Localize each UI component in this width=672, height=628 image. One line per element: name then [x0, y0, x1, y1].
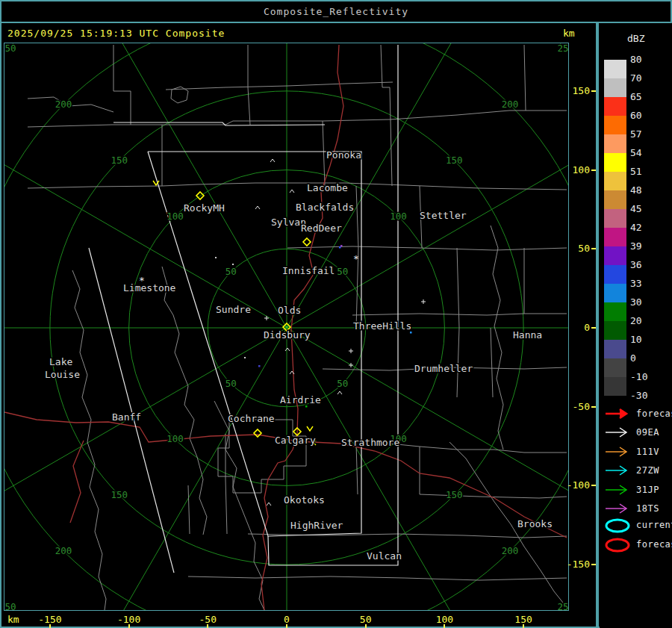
- arrow-head: [620, 409, 626, 418]
- city-label: Okotoks: [284, 494, 325, 506]
- x-axis-tick-label: -150: [28, 614, 72, 625]
- legend-ellipse-icon: [603, 538, 633, 554]
- colorbar-value-label: 39: [630, 240, 660, 252]
- county-boundary: [113, 45, 131, 125]
- window-title: Composite_Reflectivity: [264, 6, 408, 17]
- city-label: Innisfail: [282, 265, 335, 276]
- legend-item: forecast: [602, 405, 672, 423]
- city-label: Olds: [278, 305, 301, 316]
- radar-site-marker: [254, 429, 261, 437]
- x-axis-tick-label: -50: [185, 614, 230, 625]
- county-boundary: [457, 248, 459, 397]
- radar-map-canvas: 5050505010010010010015015015015020020020…: [4, 43, 568, 610]
- colorbar-value-label: 57: [630, 128, 660, 140]
- city-label: Strathmore: [341, 437, 399, 448]
- colorbar-value-label: 54: [630, 147, 660, 158]
- status-row: 2025/09/25 15:19:13 UTC Composite km: [1, 23, 594, 43]
- county-boundary: [188, 576, 567, 580]
- county-boundary: [352, 314, 567, 315]
- caret-marker: [267, 503, 271, 506]
- colorbar-swatch: [604, 190, 626, 209]
- legend-item: current: [602, 517, 672, 535]
- x-axis-unit-label: km: [7, 614, 19, 625]
- caret-marker: [290, 190, 294, 193]
- county-boundary: [162, 267, 207, 535]
- asterisk-marker: *: [353, 253, 359, 264]
- city-label: Lake: [49, 356, 72, 367]
- city-label: Louise: [45, 369, 80, 380]
- city-label: Calgary: [275, 435, 316, 446]
- caret-marker: [270, 159, 275, 162]
- colorbar-swatch: [604, 265, 626, 284]
- x-axis-tick-label: 100: [422, 614, 467, 625]
- county-boundary: [381, 45, 392, 186]
- ellipse-shape: [606, 520, 629, 532]
- x-axis-tick-label: 0: [264, 614, 309, 625]
- range-ring-label: 150: [446, 155, 463, 166]
- legend-item-label: forecast: [636, 539, 672, 550]
- colorbar-swatch: [604, 358, 626, 377]
- colorbar-swatch: [604, 246, 626, 265]
- x-axis-tick: [523, 624, 524, 628]
- radar-echo: [410, 332, 412, 334]
- colorbar-value-label: -30: [630, 390, 660, 401]
- colorbar-swatch: [604, 377, 626, 396]
- x-axis-tick-label: 50: [343, 614, 388, 625]
- county-boundary: [524, 45, 526, 111]
- colorbar-swatch: [604, 78, 626, 97]
- y-axis-tick-label: -150: [566, 559, 590, 570]
- city-label: Airdrie: [280, 394, 321, 405]
- dot-marker: [244, 357, 246, 358]
- colorbar-swatch: [604, 228, 626, 246]
- colorbar-swatch: [604, 284, 626, 302]
- colorbar-swatch: [604, 172, 626, 190]
- city-label: Cochrane: [228, 413, 275, 424]
- chevron-marker: [307, 426, 313, 431]
- legend-item: 111V: [602, 444, 672, 461]
- colorbar-value-label: 80: [630, 54, 660, 65]
- caret-marker: [337, 391, 342, 394]
- county-boundary: [390, 444, 567, 453]
- legend-item: 18TS: [602, 500, 672, 518]
- colorbar-value-label: 36: [630, 259, 660, 270]
- county-boundary: [420, 447, 567, 498]
- x-axis-tick: [365, 624, 367, 628]
- radar-echo: [340, 245, 343, 247]
- plus-marker: [421, 299, 426, 304]
- range-ring-label: 100: [167, 433, 184, 444]
- colorbar-title: dBZ: [627, 33, 644, 44]
- legend-item-label: 09EA: [636, 427, 659, 438]
- city-label: RedDeer: [301, 223, 342, 234]
- county-boundary: [166, 82, 393, 90]
- caret-marker: [285, 348, 290, 351]
- range-ring-label: 250: [4, 43, 16, 54]
- caret-marker: [255, 206, 260, 209]
- legend-item: 27ZW: [602, 462, 672, 480]
- y-axis-unit-label: km: [563, 28, 575, 39]
- colorbar-value-label: 51: [630, 166, 660, 177]
- range-ring-label: 100: [390, 211, 407, 222]
- colorbar-swatch: [604, 116, 626, 134]
- x-axis: km -150-100-50050100150: [1, 612, 596, 628]
- title-bar: Composite_Reflectivity: [1, 1, 671, 23]
- legend-ellipse-icon: [603, 518, 633, 535]
- legend-arrow-icon: [603, 426, 633, 442]
- range-ring-label: 200: [502, 99, 519, 110]
- legend-item-label: 27ZW: [636, 465, 659, 476]
- county-boundary: [491, 328, 493, 397]
- county-boundary: [188, 485, 190, 534]
- legend-item-label: current: [636, 520, 672, 530]
- x-axis-tick: [286, 624, 287, 628]
- colorbar-swatch: [604, 340, 626, 358]
- range-ring-label: 250: [4, 601, 16, 610]
- range-ring-label: 100: [167, 211, 184, 222]
- colorbar-value-label: 48: [630, 184, 660, 196]
- city-label: Vulcan: [367, 550, 402, 562]
- legend-arrow-icon: [603, 445, 633, 461]
- legend-item-label: forecast: [636, 408, 672, 419]
- y-axis-tick-label: 100: [566, 164, 590, 175]
- city-label: Banff: [112, 411, 141, 423]
- range-ring-label: 200: [502, 545, 519, 556]
- radar-site-center-dot: [286, 326, 288, 329]
- radar-map[interactable]: 5050505010010010010015015015015020020020…: [4, 43, 569, 611]
